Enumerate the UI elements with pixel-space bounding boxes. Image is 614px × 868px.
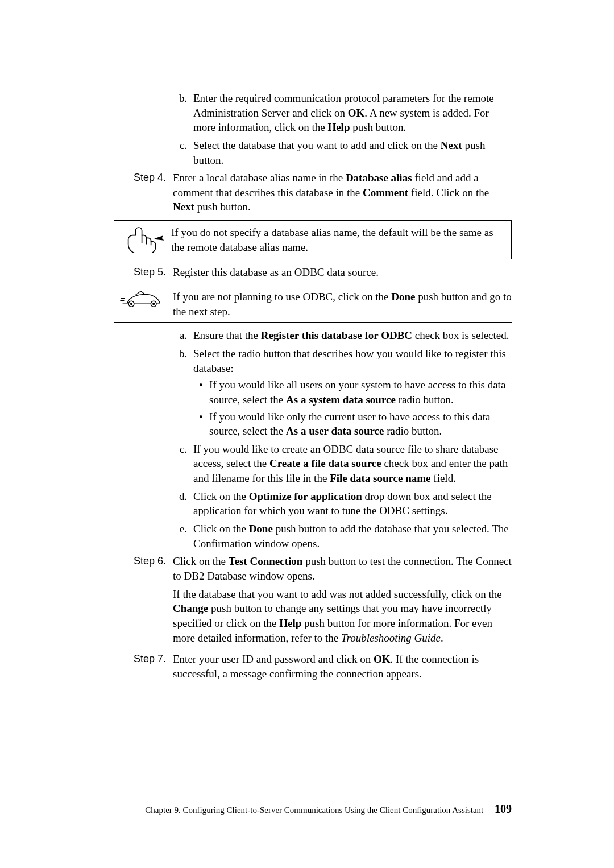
step-5b-bullet-1: If you would like all users on your syst… <box>209 378 512 407</box>
step-body: Register this database as an ODBC data s… <box>173 265 512 280</box>
page-footer: Chapter 9. Configuring Client-to-Server … <box>114 801 512 817</box>
substep-c: Select the database that you want to add… <box>190 138 512 167</box>
hand-pointing-icon <box>120 225 171 253</box>
step-body: Enter a local database alias name in the… <box>173 171 512 214</box>
prev-step-sublist: Enter the required communication protoco… <box>173 91 512 167</box>
step-5-list: Ensure that the Register this database f… <box>173 328 512 551</box>
step-5a: Ensure that the Register this database f… <box>190 328 512 343</box>
step-label: Step 4. <box>114 171 173 214</box>
step-body: Enter your user ID and password and clic… <box>173 652 512 681</box>
step-label: Step 6. <box>114 554 173 648</box>
footer-chapter: Chapter 9. Configuring Client-to-Server … <box>145 805 483 815</box>
step-5c: If you would like to create an ODBC data… <box>190 442 512 486</box>
step-5b-bullet-2: If you would like only the current user … <box>209 410 512 439</box>
step-5d: Click on the Optimize for application dr… <box>190 489 512 518</box>
rule-note: If you are not planning to use ODBC, cli… <box>114 286 512 323</box>
rule-text: If you are not planning to use ODBC, cli… <box>173 290 512 319</box>
step-6: Step 6. Click on the Test Connection pus… <box>114 554 512 648</box>
race-car-icon <box>114 290 173 309</box>
step-7: Step 7. Enter your user ID and password … <box>114 652 512 681</box>
page-number: 109 <box>495 803 512 815</box>
step-body: Click on the Test Connection push button… <box>173 554 512 648</box>
substep-b: Enter the required communication protoco… <box>190 91 512 135</box>
step-label: Step 7. <box>114 652 173 681</box>
note-text: If you do not specify a database alias n… <box>171 225 503 254</box>
step-4: Step 4. Enter a local database alias nam… <box>114 171 512 214</box>
step-5e: Click on the Done push button to add the… <box>190 522 512 551</box>
step-5b-lead: Select the radio button that describes h… <box>193 346 512 375</box>
step-5: Step 5. Register this database as an ODB… <box>114 265 512 280</box>
note-box: If you do not specify a database alias n… <box>114 220 512 259</box>
step-5b: Select the radio button that describes h… <box>190 346 512 439</box>
svg-point-3 <box>153 303 155 305</box>
page: Enter the required communication protoco… <box>0 0 614 868</box>
step-label: Step 5. <box>114 265 173 280</box>
svg-point-1 <box>131 303 132 305</box>
